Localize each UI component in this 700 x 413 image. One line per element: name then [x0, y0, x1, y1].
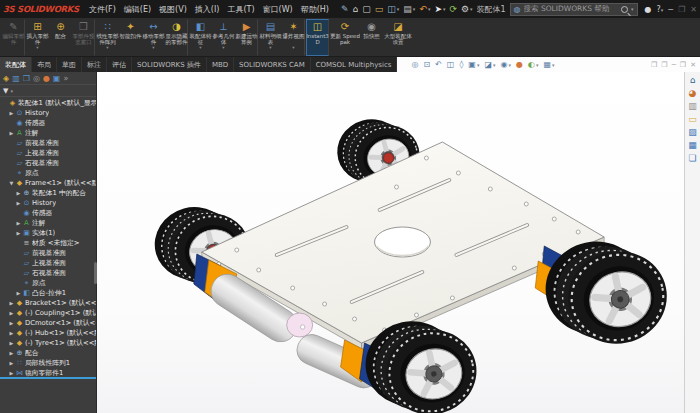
tree-item-frame-front-plane[interactable]: ▱ 前视基准面 [0, 248, 96, 258]
menu-help[interactable]: 帮助(H) [297, 2, 333, 17]
tree-item-hub[interactable]: ▶ ◆ (-) Hub<1> (默认<<默认 [0, 328, 96, 338]
tree-item-boss-extrude1[interactable]: ▶ ◧ 凸台-拉伸1 [0, 288, 96, 298]
filter-dropdown-icon[interactable]: ▾ [10, 88, 13, 94]
edit-appearance-icon[interactable]: ● [516, 60, 523, 69]
new-motion-study-button[interactable]: ▶ 新建运动算例 [235, 19, 258, 56]
update-speedpak-button[interactable]: ⟳ 更新 Speedpak [330, 19, 360, 56]
bill-of-materials-button[interactable]: ▤ 材料明细表 ▾ [259, 19, 282, 56]
tree-item-right-plane[interactable]: ▱ 右视基准面 [0, 158, 96, 168]
insert-components-button[interactable]: ⊞ 插入零部件 ▾ [26, 19, 49, 56]
rebuild-icon[interactable]: ⟳ [447, 3, 459, 15]
display-style-icon[interactable]: ◪▾ [484, 60, 495, 69]
tab-sketch[interactable]: 草图 [57, 57, 82, 72]
displaymanager-tab[interactable]: ● [43, 72, 50, 85]
tree-item-assembly-root[interactable]: ◈ 装配体1 (默认<默认_显示状态 [0, 98, 96, 108]
tree-item-frame-annotations[interactable]: ▶ A 注解 [0, 218, 96, 228]
select-cursor-icon[interactable]: ➤▾ [432, 3, 447, 15]
view-palette-icon[interactable]: ▨ [688, 127, 697, 137]
smart-fasteners-button[interactable]: ✦ 智能扣件 [119, 19, 142, 56]
help-menu[interactable]: ?▾ [657, 5, 664, 14]
tree-item-frame-right-plane[interactable]: ▱ 右视基准面 [0, 268, 96, 278]
tree-filter-row[interactable]: ▼ ▾ [0, 85, 96, 97]
hide-show-items-icon[interactable]: ◉▾ [501, 60, 512, 69]
reference-geometry-button[interactable]: ⟂ 参考几何体 ▾ [212, 19, 235, 56]
touch-pen-icon[interactable]: ✎ [339, 3, 351, 15]
tree-item-frame-origin[interactable]: ⌖ 原点 [0, 278, 96, 288]
new-document-icon[interactable]: ▢ [360, 3, 373, 15]
propertymanager-tab[interactable]: ▥ [12, 72, 20, 85]
doc-restore-button[interactable]: ❐ [680, 61, 686, 69]
dynamic-annotation-icon[interactable]: ◊ [459, 60, 463, 69]
options-gear-icon[interactable]: ⚙▾ [459, 3, 475, 15]
tab-assembly[interactable]: 装配体 [0, 57, 32, 72]
doc-tile-button[interactable]: ❐ [661, 61, 667, 69]
tree-item-origin[interactable]: ⌖ 原点 [0, 168, 96, 178]
rollback-bar[interactable] [0, 377, 96, 379]
tab-markup[interactable]: 标注 [82, 57, 107, 72]
previous-view-icon[interactable]: ↶ [435, 60, 442, 69]
zoom-to-area-icon[interactable]: ⊡ [423, 60, 430, 69]
zoom-to-fit-icon[interactable]: ◎ [411, 60, 418, 69]
configurationmanager-tab[interactable]: ❒ [23, 72, 30, 85]
user-login-icon[interactable]: ● [645, 5, 652, 14]
tree-item-history[interactable]: ▶ ⊙ History [0, 108, 96, 118]
show-hidden-components-button[interactable]: ◑ 显示隐藏的零部件 [165, 19, 188, 56]
component-preview-window-button[interactable]: ❒ 零部件预览窗口 [72, 19, 95, 56]
tree-item-material[interactable]: ≡ 材质 <未指定> [0, 238, 96, 248]
doc-minimize-button[interactable]: ─ [672, 61, 676, 69]
section-view-icon[interactable]: ◫ [447, 60, 455, 69]
tab-solidworks-cam[interactable]: SOLIDWORKS CAM [234, 57, 311, 72]
exploded-view-button[interactable]: ✶ 爆炸视图 ▾ [282, 19, 305, 56]
tree-item-tyre[interactable]: ▶ ◆ (-) Tyre<1> (默认<<默认 [0, 338, 96, 348]
file-explorer-icon[interactable]: ▭ [688, 114, 697, 124]
search-input[interactable]: 搜索 SOLIDWORKS 帮助 [524, 4, 619, 14]
save-icon[interactable]: ◫▾ [385, 3, 401, 15]
solidworks-resources-icon[interactable]: ⌂ [690, 75, 696, 85]
tree-item-frame[interactable]: ▼ ◆ Frame<1> (默认<<默认> [0, 178, 96, 188]
custom-properties-icon[interactable]: ▦ [688, 140, 697, 150]
tab-layout[interactable]: 布局 [32, 57, 57, 72]
featuremanager-tree-tab[interactable]: ◈ [3, 72, 9, 85]
tree-item-frame-top-plane[interactable]: ▱ 上视基准面 [0, 258, 96, 268]
tree-item-frame-history[interactable]: ▶ ⊙ History [0, 198, 96, 208]
view-orientation-icon[interactable]: ▣▾ [468, 60, 479, 69]
tab-solidworks-addins[interactable]: SOLIDWORKS 插件 [132, 57, 207, 72]
print-icon[interactable]: ▤▾ [401, 3, 417, 15]
menu-file[interactable]: 文件(F) [85, 2, 120, 17]
search-box[interactable]: ◍ 搜索 SOLIDWORKS 帮助 ▾ [510, 3, 638, 16]
tree-item-bracket[interactable]: ▶ ◆ Bracket<1> (默认<<默认 [0, 298, 96, 308]
mate-button[interactable]: ⊕ 配合 [49, 19, 72, 56]
menu-window[interactable]: 窗口(W) [259, 2, 297, 17]
view-settings-icon[interactable]: ▦▾ [543, 60, 554, 69]
tree-item-annotations[interactable]: ▶ A 注解 [0, 128, 96, 138]
close-button[interactable]: ✕ [690, 5, 697, 14]
instant3d-button[interactable]: ◫ Instant3D [306, 19, 329, 56]
doc-cascade-button[interactable]: ❐ [651, 61, 657, 69]
edit-component-button[interactable]: ✎ 编辑零部件 [2, 19, 25, 56]
dimxpertmanager-tab[interactable]: ◎ [33, 72, 40, 85]
tree-item-coupling[interactable]: ▶ ◆ (-) Coupling<1> (默认< [0, 308, 96, 318]
open-folder-icon[interactable]: ▭ [373, 3, 386, 15]
menu-view[interactable]: 视图(V) [155, 2, 191, 17]
large-assembly-settings-button[interactable]: ◪ 大型装配体设置 [383, 19, 413, 56]
tree-item-sensors[interactable]: ◉ 传感器 [0, 118, 96, 128]
tree-item-mates-in-assembly[interactable]: ▶ ⊕ 装配体1 中的配合 [0, 188, 96, 198]
search-icon[interactable] [621, 6, 628, 13]
menu-insert[interactable]: 插入(I) [191, 2, 224, 17]
home-icon[interactable]: ⌂ [351, 3, 361, 15]
restore-button[interactable]: ❐ [678, 5, 685, 14]
appearances-scenes-icon[interactable]: ◕ [689, 88, 697, 98]
graphics-viewport[interactable] [97, 72, 684, 413]
tab-evaluate[interactable]: 评估 [107, 57, 132, 72]
tree-item-frame-sensors[interactable]: ◉ 传感器 [0, 208, 96, 218]
tree-item-mates[interactable]: ▶ ⊕ 配合 [0, 348, 96, 358]
design-library-icon[interactable]: ▥ [688, 101, 697, 111]
cam-tree-tab[interactable]: ▣ [53, 72, 61, 85]
minimize-button[interactable]: ─ [668, 5, 673, 14]
forum-icon[interactable]: ❏ [688, 153, 696, 163]
search-dropdown-icon[interactable]: ▾ [631, 6, 634, 12]
menu-edit[interactable]: 编辑(E) [120, 2, 155, 17]
tab-mbd[interactable]: MBD [207, 57, 234, 72]
menu-tools[interactable]: 工具(T) [223, 2, 258, 17]
doc-close-button[interactable]: ✕ [690, 61, 696, 69]
